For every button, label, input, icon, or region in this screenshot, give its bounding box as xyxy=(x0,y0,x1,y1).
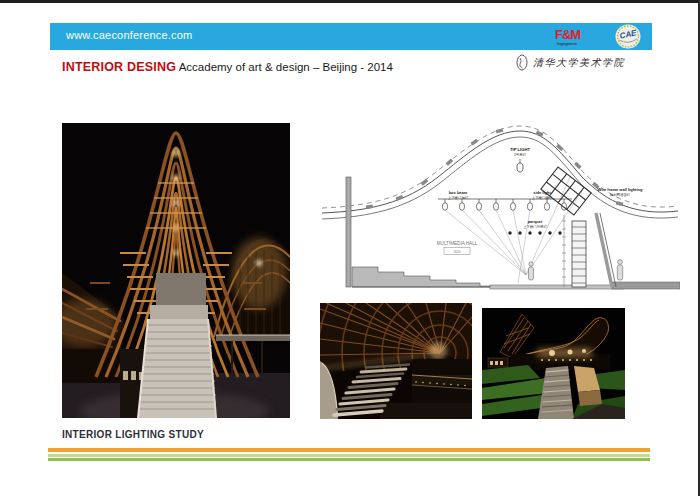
label-side-light: side light xyxy=(533,190,551,195)
cae-conference-logo-icon: CAE xyxy=(614,24,644,49)
divider-orange xyxy=(48,448,650,452)
fm-ingegneria-logo-icon: F&M Ingegneria xyxy=(554,27,592,46)
label-hall-capacity: 320 xyxy=(454,249,462,254)
page-title: INTERIOR DESING Accademy of art & design… xyxy=(62,57,393,75)
label-wall-light-cn: 编织网墙面灯 xyxy=(610,193,631,197)
tsinghua-seal-icon xyxy=(516,54,528,71)
label-box-beam: box beam xyxy=(449,190,468,195)
photo-exterior-night-view xyxy=(482,308,625,419)
label-tip-light-cn: 1号筒灯 xyxy=(514,153,527,157)
footer-caption: INTERIOR LIGHTING STUDY xyxy=(62,429,204,440)
fm-logo-subtext: Ingegneria xyxy=(557,41,577,46)
header-bar: www.caeconference.com F&M Ingegneria CAE xyxy=(50,23,652,50)
label-wall-light: Wire frame wall lighting xyxy=(598,187,643,192)
label-tip-light: TIP LIGHT xyxy=(510,147,531,152)
title-emphasis: INTERIOR DESING xyxy=(62,60,176,74)
academy-calligraphy-text: 清华大学美术学院 xyxy=(533,56,625,70)
divider-light-green xyxy=(48,454,650,457)
site-url-link[interactable]: www.caeconference.com xyxy=(66,29,192,41)
label-hall-name: MULTIMEDIA HALL xyxy=(437,241,478,246)
divider-green xyxy=(48,458,650,461)
photo-main-wood-arch-interior xyxy=(62,123,290,418)
slide: www.caeconference.com F&M Ingegneria CAE… xyxy=(0,0,700,496)
label-side-light-cn: 上下楼门廊灯 xyxy=(532,196,553,200)
label-parquet: parquet xyxy=(528,219,543,224)
photo-stair-under-wood-ceiling xyxy=(320,303,472,419)
label-box-beam-cn: 上下楼门洞灯 xyxy=(448,196,469,200)
academy-branding: 清华大学美术学院 xyxy=(516,54,656,71)
title-rest: Accademy of art & design – Beijing - 201… xyxy=(176,61,393,73)
window-top-border xyxy=(0,0,700,3)
section-drawing-multimedia-hall: TIP LIGHT 1号筒灯 box beam 上下楼门洞灯 side ligh… xyxy=(320,115,680,300)
label-parquet-cn: 上下楼门厅筒灯 xyxy=(523,225,547,229)
